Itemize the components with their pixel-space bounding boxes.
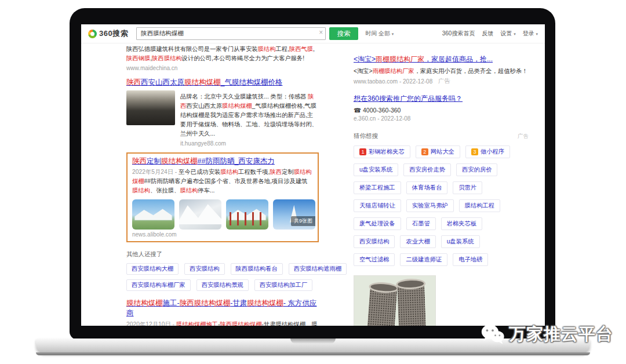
browser-viewport: 360搜索 × 搜索 时间 全部 ▾ 360搜索首页 反馈 设置 ▾ 登录 ▾ … xyxy=(81,24,545,326)
promo-phone: ☎ 4000-360-360 xyxy=(354,107,529,114)
suggest-tag-hot[interactable]: 2 网站大全 xyxy=(416,145,460,158)
suggest-tag[interactable]: 岩棉夹芯板 xyxy=(441,217,482,230)
suggest-tag[interactable]: 贝雷片 xyxy=(453,181,482,194)
360-logo[interactable]: 360搜索 xyxy=(88,28,128,39)
nav-settings-link[interactable]: 设置 ▾ xyxy=(500,30,515,38)
360-logo-text: 360搜索 xyxy=(99,28,128,39)
suggest-tag[interactable]: 空气过滤棉 xyxy=(354,253,395,266)
promo-360: 想在360搜索推广您的产品服务吗？ ☎ 4000-360-360 e.360.c… xyxy=(354,94,529,122)
ad-label: 广告 xyxy=(518,133,529,140)
suggest-tag[interactable]: 天猫店铺转让 xyxy=(354,199,401,212)
promo-url: e.360.cn - 2022-12-08 xyxy=(354,115,529,122)
related-search-tag[interactable]: 西安膜结构遮雨棚 xyxy=(289,263,347,275)
suggest-row: 西安膜结构 农业大棚 u盘装系统 xyxy=(354,235,529,248)
suggest-row: u盘安装系统 西安房价走势 西安的房价 xyxy=(354,163,529,176)
result-snippet: 陕西弘德膜建筑科技有限公司是一家专门从事安装膜结构工程,陕西气膜,陕西钢膜,陕西… xyxy=(126,45,319,63)
suggest-tag[interactable]: u盘装系统 xyxy=(441,235,480,248)
result-snippet: 品牌名：北京中天久业膜建筑技... 类型：传感器 陕西西安山西太原膜结构煤棚_气… xyxy=(180,92,319,139)
ad-url: www.taobao.com - 2022-12-08 广告 xyxy=(354,77,529,85)
ad-title-link[interactable]: <淘宝>雨棚膜结构厂家，家居超值商品，抢... xyxy=(354,54,529,64)
rank-1-badge: 1 xyxy=(359,148,366,155)
nav-login-link[interactable]: 登录 ▾ xyxy=(523,30,538,38)
suggest-tag[interactable]: 石墨管 xyxy=(406,217,436,230)
suggest-row: 1 彩钢岩棉夹芯 2 网站大全 3 做小程序 xyxy=(354,145,529,158)
suggest-tag[interactable]: 西安的房价 xyxy=(456,163,497,176)
suggest-tag[interactable]: 电子地磅 xyxy=(453,253,488,266)
wechat-icon xyxy=(480,322,505,347)
result-title-link[interactable]: 陕西西安山西太原膜结构煤棚_气膜结构煤棚价格 xyxy=(126,78,319,88)
rank-2-badge: 2 xyxy=(421,148,428,155)
chevron-down-icon: ▾ xyxy=(514,32,516,36)
suggest-tag[interactable]: 农业大棚 xyxy=(400,235,435,248)
suggest-header: 猜你想搜 广告 xyxy=(354,132,529,140)
result-huangye88: 陕西西安山西太原膜结构煤棚_气膜结构煤棚价格 品牌名：北京中天久业膜建筑技...… xyxy=(126,78,319,147)
membrane-structure-thumbnail[interactable] xyxy=(226,199,268,230)
search-box: × xyxy=(136,27,326,40)
nav-feedback-link[interactable]: 反馈 xyxy=(482,30,493,38)
suggest-label: 猜你想搜 xyxy=(354,132,378,140)
result-thumbnails: 共9张图 xyxy=(132,199,313,230)
suggest-tag[interactable]: 膜结构工程 xyxy=(459,199,500,212)
mesh-cylinder xyxy=(397,282,427,326)
mesh-cylinders-image[interactable] xyxy=(354,275,436,326)
membrane-structure-thumbnail[interactable] xyxy=(179,199,221,230)
suggest-row: 天猫店铺转让 实验室马弗炉 膜结构工程 xyxy=(354,199,529,212)
suggest-tag-hot[interactable]: 1 彩钢岩棉夹芯 xyxy=(354,145,410,158)
suggest-tag[interactable]: 体育场看台 xyxy=(406,181,447,194)
result-snippet: 2020年12月10日 - 膜结构煤棚施工-陕西膜结构煤棚-甘肃膜结构煤棚、膜结… xyxy=(126,320,319,326)
result-eastsoo: 膜结构煤棚施工-陕西膜结构煤棚-甘肃膜结构煤棚- 东方供应商 2020年12月1… xyxy=(126,299,319,326)
membrane-structure-thumbnail[interactable] xyxy=(132,199,174,230)
membrane-structure-thumbnail[interactable]: 共9张图 xyxy=(273,199,315,230)
suggest-row: 空气过滤棉 二级建造师证 电子地磅 xyxy=(354,253,529,266)
360-logo-icon xyxy=(88,30,97,38)
results-column: 陕西弘德膜建筑科技有限公司是一家专门从事安装膜结构工程,陕西气膜,陕西钢膜,陕西… xyxy=(126,43,319,326)
phone-icon: ☎ xyxy=(354,107,361,114)
result-title-link[interactable]: 陕西定制膜结构煤棚##防雨防晒_西安康杰力 xyxy=(132,156,313,166)
related-search-tag[interactable]: 西安膜结构景观 xyxy=(196,279,249,291)
related-search-tag[interactable]: 西安膜结构加工厂 xyxy=(254,279,312,291)
suggest-tag-hot[interactable]: 3 做小程序 xyxy=(465,145,510,158)
watermark-text: 万家推云平台 xyxy=(509,323,613,346)
result-url: it.huangye88.com xyxy=(180,140,319,147)
search-header: 360搜索 × 搜索 时间 全部 ▾ 360搜索首页 反馈 设置 ▾ 登录 ▾ xyxy=(81,24,545,43)
suggest-tag[interactable]: 西安房价走势 xyxy=(403,163,451,176)
suggest-tag[interactable]: 桥梁工程施工 xyxy=(354,181,401,194)
search-filters[interactable]: 时间 全部 ▾ xyxy=(365,30,394,38)
related-search-tag[interactable]: 西安膜结构车棚厂家 xyxy=(126,279,191,291)
search-input[interactable] xyxy=(136,27,326,40)
search-button[interactable]: 搜索 xyxy=(329,27,358,40)
suggest-tag[interactable]: u盘安装系统 xyxy=(354,163,398,176)
scope-filter-label: 全部 xyxy=(378,30,390,37)
time-filter-label: 时间 xyxy=(365,30,377,37)
sidebar-column: <淘宝>雨棚膜结构厂家，家居超值商品，抢... <淘宝>雨棚膜结构厂家，家庭实用… xyxy=(354,43,529,326)
suggest-tag[interactable]: 实验室马弗炉 xyxy=(406,199,454,212)
ad-label: 广告 xyxy=(438,77,450,85)
result-url: www.maidechina.cn xyxy=(126,65,319,71)
related-search-row: 西安膜结构大棚 西安膜结构 陕西膜结构看台 西安膜结构遮雨棚 xyxy=(126,263,319,275)
related-search-tag[interactable]: 西安膜结构大棚 xyxy=(126,263,179,275)
clear-search-icon[interactable]: × xyxy=(319,29,323,36)
related-search-tag[interactable]: 陕西膜结构看台 xyxy=(231,263,283,275)
result-thumbnail-coal-shed[interactable] xyxy=(126,90,175,125)
suggest-tag[interactable]: 二级建造师证 xyxy=(400,253,447,266)
related-search-row: 西安膜结构车棚厂家 西安膜结构景观 西安膜结构加工厂 xyxy=(126,279,319,291)
watermark: 万家推云平台 xyxy=(480,322,613,347)
result-url: news.alibole.com xyxy=(132,231,313,238)
result-featured-highlight-box: 陕西定制膜结构煤棚##防雨防晒_西安康杰力 2022年5月24日 - 至今已成功… xyxy=(126,152,319,243)
chevron-down-icon: ▾ xyxy=(536,32,538,36)
nav-home-link[interactable]: 360搜索首页 xyxy=(442,30,475,38)
promo-title-link[interactable]: 想在360搜索推广您的产品服务吗？ xyxy=(354,94,529,104)
related-search-tag[interactable]: 西安膜结构 xyxy=(184,263,224,275)
chevron-down-icon: ▾ xyxy=(392,32,394,36)
others-searched-label: 其他人还搜了 xyxy=(126,250,319,259)
result-maidechina: 陕西弘德膜建筑科技有限公司是一家专门从事安装膜结构工程,陕西气膜,陕西钢膜,陕西… xyxy=(126,45,319,71)
suggest-row: 废气处理设备 石墨管 岩棉夹芯板 xyxy=(354,217,529,230)
result-title-link[interactable]: 膜结构煤棚施工-陕西膜结构煤棚-甘肃膜结构煤棚- 东方供应商 xyxy=(126,299,319,318)
suggest-tag[interactable]: 废气处理设备 xyxy=(354,217,401,230)
laptop-lid-notch xyxy=(290,338,336,344)
laptop-base-edge xyxy=(36,352,590,355)
header-nav: 360搜索首页 反馈 设置 ▾ 登录 ▾ xyxy=(442,30,538,38)
rank-3-badge: 3 xyxy=(471,148,478,155)
suggest-tag[interactable]: 西安膜结构 xyxy=(354,235,395,248)
ad-snippet: <淘宝>雨棚膜结构厂家，家庭实用小百货，品类齐全，超值秒杀！ xyxy=(354,67,529,75)
